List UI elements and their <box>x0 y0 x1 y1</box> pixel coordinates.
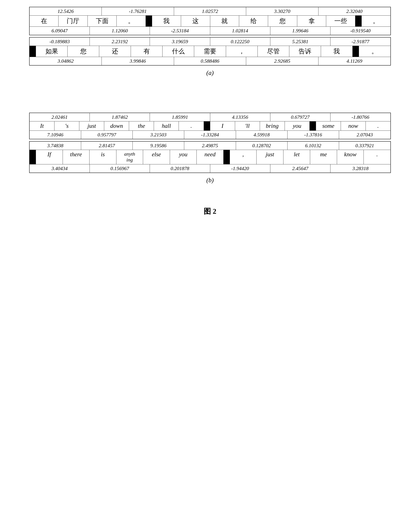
word-cell: 下面 <box>88 15 117 26</box>
word-cell: the <box>129 122 154 130</box>
word-cell: If <box>36 150 63 164</box>
block-a2: -0.189883 2.23192 3.19659 0.122250 5.253… <box>29 37 391 66</box>
word-cell: now <box>341 122 366 130</box>
score-row-a2-bottom: 3.04862 3.99846 0.588486 2.92685 4.11269 <box>30 57 390 65</box>
score-cell: -2.53184 <box>150 27 210 35</box>
black-cell <box>224 150 230 164</box>
score-cell: 2.07043 <box>339 131 390 139</box>
score-cell: 12.5426 <box>30 7 102 15</box>
word-cell: 我 <box>152 15 181 26</box>
score-cell: 2.81457 <box>81 142 133 150</box>
score-row-b1-top: 2.02461 1.87462 1.85991 4.13356 0.679727… <box>30 113 390 122</box>
score-cell: 0.679727 <box>270 113 330 121</box>
word-row-a2: 如果 您 还 有 什么 需要 ， 尽管 告诉 我 。 <box>30 46 390 57</box>
word-cell: 告诉 <box>289 46 321 57</box>
score-cell: -1.80766 <box>330 113 390 121</box>
section-a: 12.5426 -1.76281 1.02572 3.30270 2.32040… <box>29 7 391 76</box>
score-row-a2-top: -0.189883 2.23192 3.19659 0.122250 5.253… <box>30 38 390 46</box>
black-cell <box>30 150 36 164</box>
score-cell: 2.49875 <box>184 142 236 150</box>
score-cell: 2.92685 <box>246 57 318 65</box>
word-row-b2: If there is anything else you need , jus… <box>30 150 390 164</box>
score-cell: 3.40434 <box>30 164 90 173</box>
score-cell: 7.10946 <box>30 131 81 139</box>
word-cell: know <box>337 150 364 164</box>
black-cell <box>204 122 210 130</box>
score-cell: 9.19586 <box>133 142 184 150</box>
score-cell: 1.87462 <box>90 113 150 121</box>
score-cell: -0.919540 <box>330 27 390 35</box>
word-cell: you <box>170 150 197 164</box>
score-cell: 0.156967 <box>90 164 150 173</box>
score-row-b2-top: 3.74838 2.81457 9.19586 2.49875 0.128702… <box>30 142 390 150</box>
word-cell: 。 <box>117 15 146 26</box>
block-b2: 3.74838 2.81457 9.19586 2.49875 0.128702… <box>29 141 391 173</box>
word-cell: some <box>316 122 341 130</box>
score-cell: 3.28318 <box>330 164 390 173</box>
score-cell: 0.957797 <box>81 131 133 139</box>
block-b1: 2.02461 1.87462 1.85991 4.13356 0.679727… <box>29 113 391 139</box>
black-cell <box>355 15 362 26</box>
score-cell: 0.337921 <box>339 142 390 150</box>
word-cell: me <box>310 150 337 164</box>
block-a1: 12.5426 -1.76281 1.02572 3.30270 2.32040… <box>29 7 391 35</box>
score-cell: -1.94420 <box>210 164 270 173</box>
score-cell: 3.04862 <box>30 57 102 65</box>
word-cell: 什么 <box>163 46 194 57</box>
word-cell: 给 <box>239 15 268 26</box>
score-cell: -1.33284 <box>184 131 236 139</box>
word-cell: you <box>285 122 310 130</box>
score-cell: 1.85991 <box>150 113 210 121</box>
word-cell: just <box>79 122 104 130</box>
word-cell: 拿 <box>297 15 326 26</box>
score-cell: 6.09047 <box>30 27 90 35</box>
word-cell: 需要 <box>194 46 226 57</box>
score-cell: -1.37816 <box>287 131 339 139</box>
word-cell: 您 <box>268 15 297 26</box>
score-cell: 1.02572 <box>174 7 246 15</box>
black-cell <box>30 46 36 57</box>
score-row-b1-bottom: 7.10946 0.957797 3.21503 -1.33284 4.5991… <box>30 131 390 139</box>
score-cell: 3.99846 <box>102 57 174 65</box>
score-cell: 0.128702 <box>236 142 287 150</box>
score-cell: 1.12060 <box>90 27 150 35</box>
word-row-b1: It 's just down the hall . I 'll bring y… <box>30 122 390 131</box>
score-cell: 0.201878 <box>150 164 210 173</box>
word-cell: I <box>210 122 235 130</box>
word-cell: . <box>366 122 390 130</box>
score-cell: 1.99646 <box>270 27 330 35</box>
word-cell: . <box>179 122 204 130</box>
word-cell: let <box>284 150 310 164</box>
word-cell: 有 <box>131 46 163 57</box>
score-cell: -0.189883 <box>30 38 90 46</box>
section-b: 2.02461 1.87462 1.85991 4.13356 0.679727… <box>29 113 391 184</box>
word-cell: 一些 <box>326 15 355 26</box>
word-cell: bring <box>260 122 285 130</box>
word-cell: 就 <box>210 15 239 26</box>
word-row-a1: 在 门厅 下面 。 我 这 就 给 您 拿 一些 。 <box>30 15 390 27</box>
score-cell: 3.74838 <box>30 142 81 150</box>
black-cell <box>310 122 316 130</box>
score-cell: 3.19659 <box>150 38 210 46</box>
score-row-a1-bottom: 6.09047 1.12060 -2.53184 1.02814 1.99646… <box>30 27 390 35</box>
word-cell: need <box>197 150 224 164</box>
word-cell: 您 <box>68 46 99 57</box>
score-cell: 1.02814 <box>210 27 270 35</box>
black-cell <box>146 15 152 26</box>
score-cell: 2.02461 <box>30 113 90 121</box>
score-cell: 3.21503 <box>133 131 184 139</box>
word-cell: there <box>63 150 90 164</box>
word-cell: down <box>104 122 129 130</box>
word-cell: else <box>143 150 170 164</box>
word-cell: . <box>364 150 390 164</box>
score-cell: 2.23192 <box>90 38 150 46</box>
word-cell: 尽管 <box>258 46 289 57</box>
score-cell: 4.11269 <box>318 57 390 65</box>
word-cell: 如果 <box>36 46 68 57</box>
word-cell: is <box>90 150 116 164</box>
score-cell: 3.30270 <box>246 7 318 15</box>
score-cell: 4.13356 <box>210 113 270 121</box>
score-cell: 5.25381 <box>270 38 330 46</box>
score-cell: 0.122250 <box>210 38 270 46</box>
word-cell: anything <box>116 150 143 164</box>
